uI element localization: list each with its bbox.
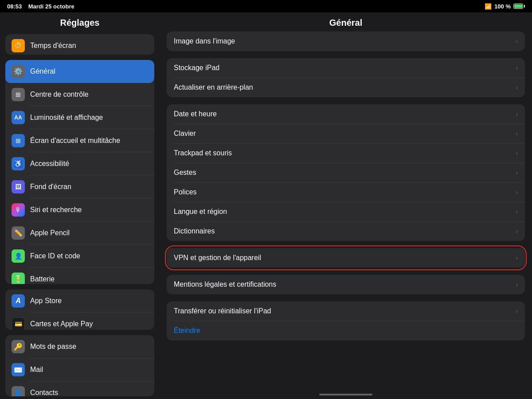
cartes-label: Cartes et Apple Pay [30, 320, 93, 328]
temps-ecran-label: Temps d'écran [30, 42, 76, 50]
mail-label: Mail [30, 366, 43, 374]
status-right: 📶 100 % [485, 3, 525, 10]
settings-group-date: Date et heure › Clavier › Trackpad et so… [167, 104, 525, 241]
settings-item-trackpad[interactable]: Trackpad et souris › [167, 143, 525, 163]
chevron-icon-mentions: › [516, 281, 518, 288]
settings-item-polices[interactable]: Polices › [167, 182, 525, 202]
status-bar: 08:53 Mardi 25 octobre 📶 100 % [0, 0, 532, 12]
sidebar-item-app-store[interactable]: A App Store [5, 289, 154, 312]
chevron-icon-langue: › [516, 208, 518, 215]
right-panel: Général Image dans l'image › Stockage iP… [160, 12, 532, 399]
apple-pencil-label: Apple Pencil [30, 229, 70, 237]
sidebar-item-cartes[interactable]: 💳 Cartes et Apple Pay [5, 312, 154, 330]
settings-item-gestes[interactable]: Gestes › [167, 163, 525, 182]
settings-item-dictionnaires[interactable]: Dictionnaires › [167, 221, 525, 241]
general-label: Général [30, 67, 55, 75]
chevron-icon-date: › [516, 111, 518, 118]
siri-label: Siri et recherche [30, 206, 82, 214]
sidebar-item-accessibilite[interactable]: ♿ Accessibilité [5, 152, 154, 175]
face-id-label: Face ID et code [30, 252, 80, 260]
siri-icon: 🎙 [12, 203, 25, 217]
settings-item-actualiser[interactable]: Actualiser en arrière-plan › [167, 78, 525, 97]
settings-item-transferer[interactable]: Transférer ou réinitialiser l'iPad › [167, 301, 525, 321]
chevron-icon-gestes: › [516, 169, 518, 176]
trackpad-label: Trackpad et souris [174, 149, 232, 157]
sidebar-item-siri[interactable]: 🎙 Siri et recherche [5, 198, 154, 221]
mail-icon: ✉️ [12, 363, 25, 376]
battery-icon [513, 4, 525, 9]
gestes-label: Gestes [174, 169, 196, 177]
luminosite-icon: AA [12, 111, 25, 124]
vpn-label: VPN et gestion de l'appareil [174, 254, 261, 262]
face-id-icon: 👤 [12, 249, 25, 263]
wifi-icon: 📶 [485, 3, 492, 10]
sidebar-group-2: ⚙️ Général ⊞ Centre de contrôle AA Lumin… [5, 60, 154, 284]
sidebar: Réglages ⏱ Temps d'écran ⚙️ Général ⊞ Ce… [0, 12, 160, 399]
luminosite-label: Luminosité et affichage [30, 114, 103, 122]
chevron-icon-actualiser: › [516, 84, 518, 91]
home-bar [319, 394, 372, 395]
ecran-accueil-label: Écran d'accueil et multitâche [30, 137, 120, 145]
sidebar-group-1: ⏱ Temps d'écran [5, 34, 154, 55]
sidebar-title: Réglages [0, 12, 160, 32]
right-content: Image dans l'image › Stockage iPad › Act… [160, 32, 532, 391]
date-heure-label: Date et heure [174, 110, 217, 118]
sidebar-item-mail[interactable]: ✉️ Mail [5, 358, 154, 381]
mots-passe-label: Mots de passe [30, 343, 76, 351]
settings-group-stockage: Stockage iPad › Actualiser en arrière-pl… [167, 58, 525, 97]
sidebar-group-4: 🔑 Mots de passe ✉️ Mail 👤 Contacts [5, 335, 154, 396]
settings-item-mentions[interactable]: Mentions légales et certifications › [167, 275, 525, 294]
settings-item-langue-region[interactable]: Langue et région › [167, 202, 525, 221]
chevron-icon-polices: › [516, 189, 518, 196]
transferer-label: Transférer ou réinitialiser l'iPad [174, 307, 271, 315]
chevron-icon-transferer: › [516, 308, 518, 315]
settings-item-stockage[interactable]: Stockage iPad › [167, 58, 525, 78]
vpn-group: VPN et gestion de l'appareil › [167, 248, 525, 268]
actualiser-label: Actualiser en arrière-plan [174, 83, 253, 91]
chevron-icon-vpn: › [516, 254, 518, 261]
main-layout: Réglages ⏱ Temps d'écran ⚙️ Général ⊞ Ce… [0, 12, 532, 399]
status-time-date: 08:53 Mardi 25 octobre [7, 3, 74, 10]
settings-group-mentions: Mentions légales et certifications › [167, 275, 525, 294]
accessibilite-label: Accessibilité [30, 160, 69, 168]
chevron-icon-dict: › [516, 228, 518, 235]
settings-group-vpn: VPN et gestion de l'appareil › [167, 248, 525, 268]
sidebar-item-batterie[interactable]: 🔋 Batterie [5, 268, 154, 284]
sidebar-item-fond-ecran[interactable]: 🖼 Fond d'écran [5, 175, 154, 198]
sidebar-item-centre-controle[interactable]: ⊞ Centre de contrôle [5, 83, 154, 106]
batterie-label: Batterie [30, 275, 55, 283]
general-icon: ⚙️ [12, 65, 25, 78]
chevron-icon-stockage: › [516, 64, 518, 71]
sidebar-item-luminosite[interactable]: AA Luminosité et affichage [5, 106, 154, 129]
mots-passe-icon: 🔑 [12, 340, 25, 353]
settings-item-image-image[interactable]: Image dans l'image › [167, 32, 525, 51]
clavier-label: Clavier [174, 130, 196, 138]
sidebar-item-face-id[interactable]: 👤 Face ID et code [5, 245, 154, 268]
battery-percent: 100 % [494, 3, 511, 10]
contacts-label: Contacts [30, 389, 58, 396]
chevron-icon: › [516, 38, 518, 45]
sidebar-item-contacts[interactable]: 👤 Contacts [5, 381, 154, 396]
bottom-indicator [160, 391, 532, 399]
accessibilite-icon: ♿ [12, 157, 25, 170]
fond-ecran-label: Fond d'écran [30, 183, 71, 191]
sidebar-group-3: A App Store 💳 Cartes et Apple Pay [5, 289, 154, 330]
batterie-icon: 🔋 [12, 273, 25, 284]
chevron-icon-clavier: › [516, 130, 518, 137]
ecran-accueil-icon: ⊞ [12, 134, 25, 147]
eteindre-label: Éteindre [174, 327, 200, 335]
settings-group-transferer: Transférer ou réinitialiser l'iPad › Éte… [167, 301, 525, 340]
settings-item-clavier[interactable]: Clavier › [167, 124, 525, 143]
sidebar-item-temps-ecran[interactable]: ⏱ Temps d'écran [5, 34, 154, 55]
sidebar-item-general[interactable]: ⚙️ Général [5, 60, 154, 83]
polices-label: Polices [174, 188, 197, 196]
sidebar-item-apple-pencil[interactable]: ✏️ Apple Pencil [5, 221, 154, 245]
settings-item-eteindre[interactable]: Éteindre [167, 321, 525, 340]
sidebar-item-ecran-accueil[interactable]: ⊞ Écran d'accueil et multitâche [5, 129, 154, 152]
status-time: 08:53 [7, 3, 22, 10]
settings-item-date-heure[interactable]: Date et heure › [167, 104, 525, 124]
mentions-label: Mentions légales et certifications [174, 280, 276, 288]
sidebar-item-mots-passe[interactable]: 🔑 Mots de passe [5, 335, 154, 358]
settings-item-vpn[interactable]: VPN et gestion de l'appareil › [167, 248, 525, 268]
temps-ecran-icon: ⏱ [12, 39, 25, 52]
